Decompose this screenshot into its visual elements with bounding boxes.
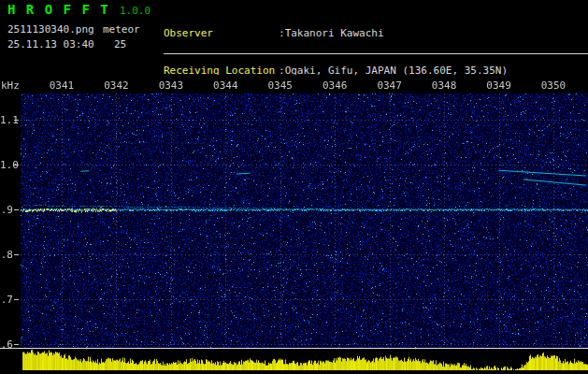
time-tick-label: 0343 xyxy=(157,79,185,92)
time-tick-label: 0345 xyxy=(266,79,294,92)
freq-tick-label: 1.0 xyxy=(0,159,13,171)
mode-label: meteor xyxy=(103,23,140,36)
info-label: Observer xyxy=(164,27,279,40)
time-tick-label: 0346 xyxy=(321,79,349,92)
observation-datetime: 25.11.13 03:40 xyxy=(7,38,94,50)
spectrogram-canvas xyxy=(0,75,588,374)
spectrogram-panel: kHz 034103420343034403450346034703480349… xyxy=(0,75,588,374)
info-row-observer: Observer:Takanori Kawachi xyxy=(164,27,508,40)
freq-tick-label: .7 xyxy=(0,294,13,306)
freq-axis-unit: kHz xyxy=(1,79,20,92)
app-version: 1.0.0 xyxy=(120,5,151,17)
time-tick-label: 0348 xyxy=(430,79,458,92)
freq-tick-label: 1.1 xyxy=(0,114,13,126)
time-tick-label: 0341 xyxy=(48,79,76,92)
hrofft-screen: H R O F F T 1.0.0 2511130340.png meteor … xyxy=(0,0,588,374)
info-value: Takanori Kawachi xyxy=(285,27,384,40)
time-tick-label: 0347 xyxy=(376,79,404,92)
freq-tick-label: .6 xyxy=(0,338,13,351)
freq-tick-label: .8 xyxy=(0,249,13,261)
freq-tick-label: .9 xyxy=(0,204,13,216)
time-tick-label: 0342 xyxy=(102,79,130,92)
time-tick-label: 0350 xyxy=(539,79,567,92)
header-separator-line xyxy=(164,53,588,54)
info-colon: : xyxy=(279,27,285,40)
time-tick-label: 0344 xyxy=(211,79,239,92)
echo-count: 25 xyxy=(114,38,126,50)
time-tick-label: 0349 xyxy=(485,79,513,92)
output-filename: 2511130340.png xyxy=(7,23,94,36)
app-title: H R O F F T xyxy=(7,2,109,17)
